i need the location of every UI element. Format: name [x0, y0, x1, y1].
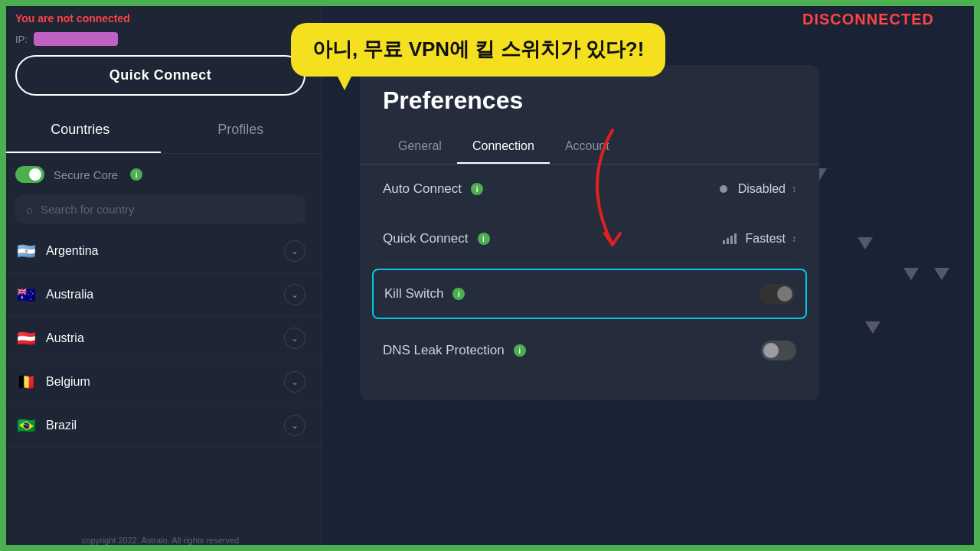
copyright: copyright 2022. Astralo. All rights rese…: [0, 530, 321, 551]
kill-switch-toggle[interactable]: [760, 284, 795, 304]
expand-austria[interactable]: ⌄: [284, 328, 305, 349]
pref-label-quick-connect: Quick Connect i: [383, 231, 723, 246]
quick-connect-button[interactable]: Quick Connect: [15, 55, 305, 96]
pref-row-dns-leak: DNS Leak Protection i: [383, 324, 796, 377]
search-row[interactable]: ⌕ Search for country: [15, 195, 305, 223]
pref-row-quick-connect: Quick Connect i Fastest ↕: [383, 214, 796, 264]
map-marker: [858, 237, 873, 249]
auto-connect-info-icon: i: [471, 183, 483, 195]
expand-australia[interactable]: ⌄: [284, 284, 305, 305]
disconnected-badge: DISCONNECTED: [802, 11, 934, 28]
search-placeholder: Search for country: [41, 203, 135, 216]
tab-countries[interactable]: Countries: [0, 108, 161, 153]
country-item-australia[interactable]: 🇦🇺 Australia ⌄: [0, 273, 321, 317]
quick-connect-info-icon: i: [478, 233, 490, 245]
country-name-argentina: Argentina: [46, 244, 275, 258]
ip-label: IP:: [15, 34, 28, 45]
left-panel: You are not connected IP: Quick Connect …: [0, 0, 322, 551]
flag-argentina: 🇦🇷: [15, 242, 37, 260]
search-icon: ⌕: [26, 203, 33, 216]
flag-australia: 🇦🇺: [15, 285, 37, 304]
ip-value: [34, 32, 118, 46]
country-item-belgium[interactable]: 🇧🇪 Belgium ⌄: [0, 360, 321, 404]
expand-belgium[interactable]: ⌄: [284, 371, 305, 393]
country-item-austria[interactable]: 🇦🇹 Austria ⌄: [0, 317, 321, 360]
pref-tab-general[interactable]: General: [383, 130, 457, 164]
top-bar: You are not connected: [0, 0, 321, 32]
secure-core-row: Secure Core i: [0, 154, 321, 195]
speech-bubble: 아니, 무료 VPN에 킬 스위치가 있다?!: [291, 23, 665, 77]
auto-connect-dropdown-icon[interactable]: ↕: [792, 184, 796, 194]
pref-label-auto-connect: Auto Connect i: [383, 181, 720, 197]
dns-leak-toggle[interactable]: [761, 341, 796, 360]
tab-profiles[interactable]: Profiles: [161, 108, 322, 153]
map-marker: [934, 268, 949, 280]
preferences-tabs: General Connection Account: [360, 130, 819, 165]
country-name-belgium: Belgium: [46, 375, 275, 389]
quick-connect-dropdown-icon[interactable]: ↕: [792, 233, 796, 244]
map-marker: [865, 321, 880, 334]
pref-tab-account[interactable]: Account: [550, 130, 625, 164]
pref-value-quick-connect: Fastest ↕: [723, 232, 796, 246]
country-name-brazil: Brazil: [46, 419, 275, 432]
map-marker: [903, 268, 919, 280]
secure-core-info-icon: i: [130, 168, 142, 181]
pref-content: Auto Connect i Disabled ↕ Quick Connect …: [360, 165, 819, 377]
country-item-brazil[interactable]: 🇧🇷 Brazil ⌄: [0, 404, 321, 448]
preferences-panel: Preferences General Connection Account A…: [360, 65, 819, 400]
country-list: 🇦🇷 Argentina ⌄ 🇦🇺 Australia ⌄ 🇦🇹 Austria…: [0, 230, 321, 530]
dns-leak-info-icon: i: [514, 344, 526, 357]
connection-status: You are not connected: [15, 12, 130, 24]
country-item-argentina[interactable]: 🇦🇷 Argentina ⌄: [0, 230, 321, 273]
expand-brazil[interactable]: ⌄: [284, 415, 305, 436]
pref-tab-connection[interactable]: Connection: [457, 130, 550, 164]
pref-value-auto-connect: Disabled ↕: [720, 182, 796, 196]
main-tabs: Countries Profiles: [0, 108, 321, 154]
country-name-australia: Australia: [46, 288, 275, 302]
pref-label-kill-switch: Kill Switch i: [384, 286, 760, 302]
secure-core-label: Secure Core: [54, 168, 118, 181]
country-name-austria: Austria: [46, 331, 275, 345]
auto-connect-dot: [720, 185, 727, 193]
bar-icon: [723, 233, 737, 244]
expand-argentina[interactable]: ⌄: [284, 240, 305, 262]
flag-brazil: 🇧🇷: [15, 416, 37, 435]
secure-core-toggle[interactable]: [15, 166, 44, 183]
pref-row-kill-switch: Kill Switch i: [372, 269, 807, 319]
pref-row-auto-connect: Auto Connect i Disabled ↕: [383, 165, 796, 214]
flag-austria: 🇦🇹: [15, 329, 37, 347]
ip-row: IP:: [0, 32, 321, 55]
kill-switch-info-icon: i: [452, 288, 465, 300]
pref-label-dns-leak: DNS Leak Protection i: [383, 343, 761, 358]
flag-belgium: 🇧🇪: [15, 373, 37, 391]
